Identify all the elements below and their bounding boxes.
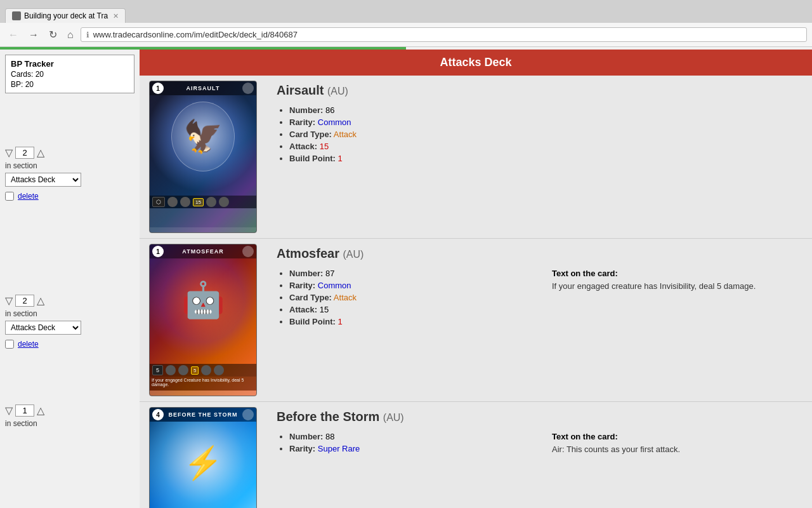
- card-image-area-3: 4 BEFORE THE STORM ⚡: [140, 402, 266, 508]
- main-content: Attacks Deck 1 AIRSAULT 🦅: [140, 50, 812, 508]
- detail-number: Number: 86: [289, 105, 527, 115]
- deck-header: Attacks Deck: [140, 50, 812, 76]
- card-title-bar-3: BEFORE THE STORM: [164, 411, 242, 418]
- card-footer-2: 5 5: [150, 364, 256, 377]
- in-section-label-3: in section: [5, 419, 134, 428]
- section-select-2[interactable]: Attacks Deck Mugic Deck Creatures Deck L…: [5, 321, 81, 335]
- detail-attack-2: Attack: 15: [289, 305, 527, 314]
- bp-tracker: BP Tracker Cards: 20 BP: 20: [5, 55, 134, 93]
- increase-qty-button-3[interactable]: △: [37, 406, 44, 416]
- active-tab[interactable]: Building your deck at Tra ✕: [5, 8, 126, 23]
- card-image-airsault: 1 AIRSAULT 🦅 ⬡ 15: [149, 81, 257, 233]
- home-button[interactable]: ⌂: [64, 28, 77, 42]
- card-name-2: Atmosfear (AU): [277, 246, 802, 261]
- detail-number-3: Number: 88: [289, 432, 527, 441]
- card-number-badge: 1: [152, 83, 164, 94]
- increase-qty-button-2[interactable]: △: [37, 296, 44, 306]
- detail-build-point-2: Build Point: 1: [289, 317, 527, 326]
- card-info-3: Before the Storm (AU) Number: 88 Rarity:…: [266, 402, 812, 508]
- refresh-button[interactable]: ↻: [46, 27, 60, 42]
- card-control-1: ▽ △ in section Attacks Deck Mugic Deck C…: [5, 144, 134, 203]
- card-art-3: ⚡: [150, 422, 256, 508]
- card-details-left-1: Number: 86 Rarity: Common Card Type: Att…: [277, 105, 527, 166]
- decrease-qty-button-3[interactable]: ▽: [5, 406, 13, 416]
- card-image-area-1: 1 AIRSAULT 🦅 ⬡ 15: [140, 76, 266, 238]
- security-icon: ℹ: [86, 30, 89, 39]
- table-row: 4 BEFORE THE STORM ⚡ Before the Stor: [140, 402, 812, 508]
- detail-type: Card Type: Attack: [289, 130, 527, 139]
- bp-tracker-title: BP Tracker: [11, 59, 129, 69]
- attack-stat-2: 5: [191, 366, 199, 375]
- delete-checkbox-1[interactable]: [5, 192, 14, 201]
- delete-label-1[interactable]: delete: [18, 192, 39, 201]
- bp-tracker-bp: BP: 20: [11, 80, 129, 89]
- delete-label-2[interactable]: delete: [18, 340, 39, 349]
- card-title-bar: AIRSAULT: [164, 85, 242, 91]
- card-image-area-2: 1 ATMOSFEAR 🤖 5 5: [140, 239, 266, 401]
- browser-chrome: Building your deck at Tra ✕ ← → ↻ ⌂ ℹ ww…: [0, 0, 812, 50]
- quantity-control-3: ▽ △: [5, 404, 134, 417]
- card-text-label-2: Text on the card:: [552, 269, 802, 278]
- url-display: www.tradecardsonline.com/im/editDeck/dec…: [93, 30, 298, 39]
- card-text-value-3: Air: This counts as your first attack.: [552, 444, 802, 455]
- tab-favicon: [12, 11, 21, 20]
- attack-stat: 15: [193, 198, 204, 206]
- decrease-qty-button-2[interactable]: ▽: [5, 296, 13, 306]
- card-number-badge-2: 1: [152, 246, 164, 257]
- card-image-storm: 4 BEFORE THE STORM ⚡: [149, 407, 257, 508]
- bp-tracker-cards: Cards: 20: [11, 70, 129, 79]
- card-control-3: ▽ △ in section: [5, 402, 134, 433]
- nav-bar: ← → ↻ ⌂ ℹ www.tradecardsonline.com/im/ed…: [0, 23, 812, 47]
- table-row: 1 AIRSAULT 🦅 ⬡ 15: [140, 76, 812, 239]
- detail-list-2: Number: 87 Rarity: Common Card Type: Att…: [277, 269, 527, 326]
- card-image-atmosfear: 1 ATMOSFEAR 🤖 5 5: [149, 244, 257, 396]
- card-art: 🦅: [150, 95, 256, 196]
- card-details-1: Number: 86 Rarity: Common Card Type: Att…: [277, 105, 802, 166]
- quantity-input-1[interactable]: [15, 147, 34, 159]
- tab-bar: Building your deck at Tra ✕: [0, 0, 812, 23]
- table-row: 1 ATMOSFEAR 🤖 5 5: [140, 239, 812, 402]
- card-title-bar-2: ATMOSFEAR: [164, 248, 242, 255]
- delete-row-2: delete: [5, 340, 134, 349]
- detail-rarity-3: Rarity: Super Rare: [289, 444, 527, 453]
- detail-rarity-2: Rarity: Common: [289, 281, 527, 290]
- card-control-2: ▽ △ in section Attacks Deck Mugic Deck C…: [5, 292, 134, 351]
- card-details-right-3: Text on the card: Air: This counts as yo…: [552, 432, 802, 456]
- card-details-2: Number: 87 Rarity: Common Card Type: Att…: [277, 269, 802, 329]
- in-section-label-2: in section: [5, 309, 134, 318]
- sidebar: BP Tracker Cards: 20 BP: 20 ▽ △ in secti…: [0, 50, 140, 508]
- increase-qty-button-1[interactable]: △: [37, 148, 44, 158]
- back-button[interactable]: ←: [5, 28, 22, 42]
- card-name-3: Before the Storm (AU): [277, 410, 802, 424]
- card-element-icon: [242, 83, 254, 94]
- detail-rarity: Rarity: Common: [289, 117, 527, 127]
- card-details-3: Number: 88 Rarity: Super Rare Text on th…: [277, 432, 802, 456]
- detail-build-point: Build Point: 1: [289, 154, 527, 163]
- forward-button[interactable]: →: [25, 28, 42, 42]
- delete-checkbox-2[interactable]: [5, 340, 14, 349]
- tab-title: Building your deck at Tra: [24, 11, 108, 20]
- quantity-input-2[interactable]: [15, 295, 34, 307]
- tab-close-button[interactable]: ✕: [113, 12, 119, 20]
- card-element-icon-2: [242, 246, 254, 257]
- quantity-input-3[interactable]: [15, 404, 34, 417]
- card-name-1: Airsault (AU): [277, 83, 802, 98]
- detail-attack: Attack: 15: [289, 142, 527, 151]
- card-element-icon-3: [242, 409, 254, 420]
- card-details-right-1: [552, 105, 802, 166]
- card-art-2: 🤖: [150, 258, 256, 364]
- detail-number-2: Number: 87: [289, 269, 527, 278]
- detail-type-2: Card Type: Attack: [289, 293, 527, 302]
- decrease-qty-button-1[interactable]: ▽: [5, 148, 13, 158]
- page-content: BP Tracker Cards: 20 BP: 20 ▽ △ in secti…: [0, 50, 812, 508]
- card-details-right-2: Text on the card: If your engaged creatu…: [552, 269, 802, 329]
- card-info-1: Airsault (AU) Number: 86 Rarity: Common: [266, 76, 812, 238]
- quantity-control-1: ▽ △: [5, 147, 134, 159]
- in-section-label-1: in section: [5, 161, 134, 170]
- section-select-1[interactable]: Attacks Deck Mugic Deck Creatures Deck L…: [5, 173, 81, 187]
- detail-list-1: Number: 86 Rarity: Common Card Type: Att…: [277, 105, 527, 163]
- card-details-left-3: Number: 88 Rarity: Super Rare: [277, 432, 527, 456]
- card-details-left-2: Number: 87 Rarity: Common Card Type: Att…: [277, 269, 527, 329]
- delete-row-1: delete: [5, 192, 134, 201]
- address-bar[interactable]: ℹ www.tradecardsonline.com/im/editDeck/d…: [81, 27, 807, 42]
